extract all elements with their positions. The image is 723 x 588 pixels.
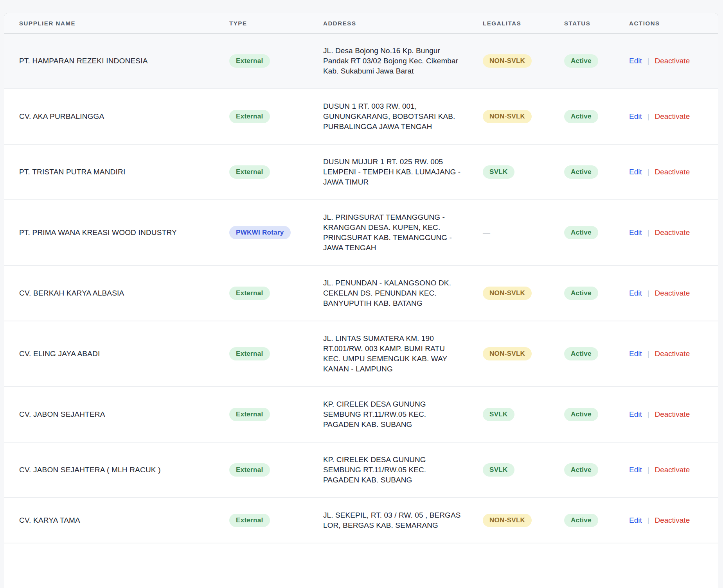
type-badge: External (229, 110, 270, 123)
legalitas-badge: NON-SVLK (483, 287, 532, 300)
edit-link[interactable]: Edit (629, 168, 642, 176)
supplier-address: DUSUN 1 RT. 003 RW. 001, GUNUNGKARANG, B… (323, 101, 464, 132)
status-badge: Active (564, 347, 598, 360)
row-actions: Edit|Deactivate (629, 168, 718, 176)
legalitas-badge: SVLK (483, 463, 514, 477)
deactivate-link[interactable]: Deactivate (655, 57, 690, 65)
row-actions: Edit|Deactivate (629, 57, 718, 65)
column-header-legalitas: LEGALITAS (483, 20, 564, 27)
type-badge: External (229, 54, 270, 68)
legalitas-badge: NON-SVLK (483, 514, 532, 527)
suppliers-table: SUPPLIER NAME TYPE ADDRESS LEGALITAS STA… (4, 13, 718, 588)
status-badge: Active (564, 110, 598, 123)
actions-separator: | (647, 516, 649, 524)
row-actions: Edit|Deactivate (629, 410, 718, 419)
type-badge: External (229, 165, 270, 179)
supplier-name: CV. BERKAH KARYA ALBASIA (19, 289, 229, 298)
table-row: CV. AKA PURBALINGGA External DUSUN 1 RT.… (4, 89, 718, 145)
supplier-name: PT. PRIMA WANA KREASI WOOD INDUSTRY (19, 228, 229, 237)
table-row: CV. JABON SEJAHTERA ( MLH RACUK ) Extern… (4, 443, 718, 498)
type-badge: External (229, 347, 270, 360)
actions-separator: | (647, 350, 649, 358)
supplier-name: CV. JABON SEJAHTERA (19, 410, 229, 419)
column-header-status: STATUS (564, 20, 629, 27)
table-row: CV. ELING JAYA ABADI External JL. LINTAS… (4, 321, 718, 387)
supplier-name: CV. JABON SEJAHTERA ( MLH RACUK ) (19, 466, 229, 474)
deactivate-link[interactable]: Deactivate (655, 516, 690, 524)
table-body: PT. HAMPARAN REZEKI INDONESIA External J… (4, 34, 718, 543)
actions-separator: | (647, 466, 649, 474)
row-actions: Edit|Deactivate (629, 289, 718, 298)
deactivate-link[interactable]: Deactivate (655, 410, 690, 418)
supplier-address: JL. LINTAS SUMATERA KM. 190 RT.001/RW. 0… (323, 333, 464, 374)
actions-separator: | (647, 168, 649, 176)
edit-link[interactable]: Edit (629, 289, 642, 297)
deactivate-link[interactable]: Deactivate (655, 466, 690, 474)
deactivate-link[interactable]: Deactivate (655, 350, 690, 358)
column-header-address: ADDRESS (323, 20, 483, 27)
actions-separator: | (647, 289, 649, 297)
legalitas-badge: NON-SVLK (483, 54, 532, 68)
type-badge: External (229, 514, 270, 527)
type-badge: External (229, 463, 270, 477)
row-actions: Edit|Deactivate (629, 228, 718, 237)
supplier-name: PT. TRISTAN PUTRA MANDIRI (19, 168, 229, 176)
column-header-actions: ACTIONS (629, 20, 718, 27)
edit-link[interactable]: Edit (629, 112, 642, 120)
supplier-address: JL. SEKEPIL, RT. 03 / RW. 05 , BERGAS LO… (323, 510, 464, 531)
table-header-row: SUPPLIER NAME TYPE ADDRESS LEGALITAS STA… (4, 13, 718, 34)
row-actions: Edit|Deactivate (629, 350, 718, 358)
supplier-address: JL. PRINGSURAT TEMANGGUNG - KRANGGAN DES… (323, 212, 464, 253)
type-badge: External (229, 408, 270, 421)
actions-separator: | (647, 113, 649, 120)
table-row: CV. JABON SEJAHTERA External KP. CIRELEK… (4, 387, 718, 443)
deactivate-link[interactable]: Deactivate (655, 112, 690, 120)
row-actions: Edit|Deactivate (629, 112, 718, 121)
supplier-address: JL. Desa Bojong No.16 Kp. Bungur Pandak … (323, 46, 464, 76)
actions-separator: | (647, 411, 649, 418)
row-actions: Edit|Deactivate (629, 466, 718, 474)
status-badge: Active (564, 287, 598, 300)
table-row: PT. HAMPARAN REZEKI INDONESIA External J… (4, 34, 718, 89)
supplier-address: DUSUN MUJUR 1 RT. 025 RW. 005 LEMPENI - … (323, 157, 464, 187)
status-badge: Active (564, 226, 598, 239)
actions-separator: | (647, 57, 649, 65)
table-row: CV. KARYA TAMA External JL. SEKEPIL, RT.… (4, 498, 718, 543)
supplier-name: CV. ELING JAYA ABADI (19, 350, 229, 358)
legalitas-badge: NON-SVLK (483, 110, 532, 123)
deactivate-link[interactable]: Deactivate (655, 228, 690, 237)
status-badge: Active (564, 408, 598, 421)
actions-separator: | (647, 229, 649, 237)
edit-link[interactable]: Edit (629, 350, 642, 358)
supplier-address: KP. CIRELEK DESA GUNUNG SEMBUNG RT.11/RW… (323, 455, 464, 485)
deactivate-link[interactable]: Deactivate (655, 289, 690, 297)
type-badge: External (229, 287, 270, 300)
supplier-name: CV. AKA PURBALINGGA (19, 112, 229, 121)
edit-link[interactable]: Edit (629, 516, 642, 524)
edit-link[interactable]: Edit (629, 466, 642, 474)
table-row: CV. BERKAH KARYA ALBASIA External JL. PE… (4, 266, 718, 321)
legalitas-badge: SVLK (483, 165, 514, 179)
supplier-name: PT. HAMPARAN REZEKI INDONESIA (19, 57, 229, 65)
table-row: PT. PRIMA WANA KREASI WOOD INDUSTRY PWKW… (4, 200, 718, 266)
edit-link[interactable]: Edit (629, 57, 642, 65)
status-badge: Active (564, 514, 598, 527)
column-header-supplier-name: SUPPLIER NAME (19, 20, 229, 27)
supplier-address: KP. CIRELEK DESA GUNUNG SEMBUNG RT.11/RW… (323, 399, 464, 430)
legalitas-badge: — (483, 228, 490, 237)
type-badge: PWKWI Rotary (229, 226, 291, 239)
table-row: PT. TRISTAN PUTRA MANDIRI External DUSUN… (4, 145, 718, 200)
status-badge: Active (564, 165, 598, 179)
deactivate-link[interactable]: Deactivate (655, 168, 690, 176)
edit-link[interactable]: Edit (629, 228, 642, 237)
edit-link[interactable]: Edit (629, 410, 642, 418)
status-badge: Active (564, 54, 598, 68)
status-badge: Active (564, 463, 598, 477)
supplier-address: JL. PENUNDAN - KALANGSONO DK. CEKELAN DS… (323, 278, 464, 308)
supplier-name: CV. KARYA TAMA (19, 516, 229, 525)
row-actions: Edit|Deactivate (629, 516, 718, 525)
legalitas-badge: SVLK (483, 408, 514, 421)
column-header-type: TYPE (229, 20, 323, 27)
legalitas-badge: NON-SVLK (483, 347, 532, 360)
